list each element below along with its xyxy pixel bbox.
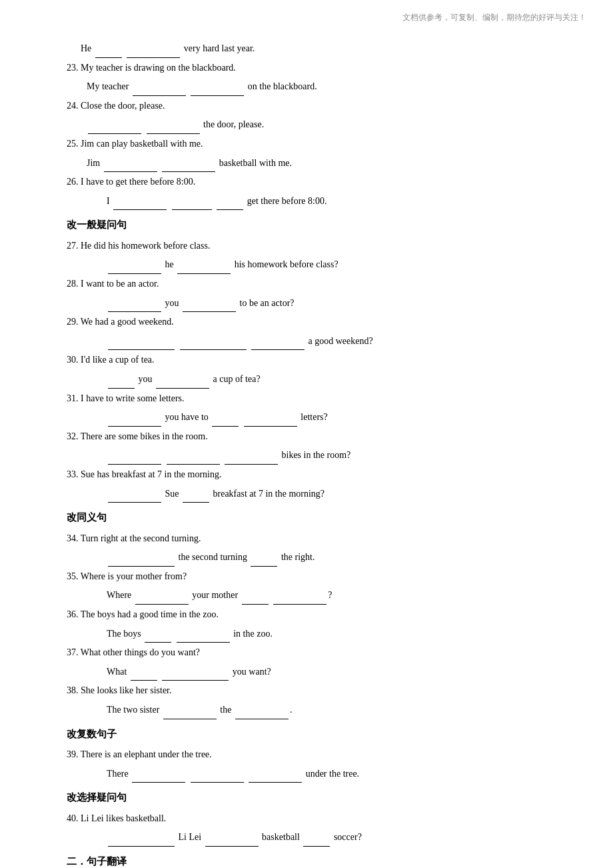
line-30b: you a cup of tea?	[67, 371, 560, 389]
line-31: 31. I have to write some letters.	[67, 390, 560, 408]
blank	[156, 388, 209, 389]
blank	[251, 566, 277, 567]
blank	[167, 464, 220, 465]
page-container: 文档供参考，可复制、编制，期待您的好评与关注！ He very hard las…	[0, 0, 613, 868]
blank	[135, 604, 189, 605]
line-39b: There under the tree.	[67, 765, 560, 783]
blank	[108, 502, 161, 503]
blank	[132, 782, 185, 783]
line-34b: the second turning the right.	[67, 549, 560, 567]
line-40b: Li Lei basketball soccer?	[67, 829, 560, 847]
blank	[108, 566, 175, 567]
line-39: 39. There is an elephant under the tree.	[67, 746, 560, 764]
line-29b: a good weekend?	[67, 333, 560, 351]
line-33: 33. Sue has breakfast at 7 in the mornin…	[67, 466, 560, 484]
watermark: 文档供参考，可复制、编制，期待您的好评与关注！	[402, 12, 586, 23]
blank	[180, 349, 247, 350]
blank	[183, 311, 236, 312]
line-27: 27. He did his homework before class.	[67, 237, 560, 255]
line-37: 37. What other things do you want?	[67, 644, 560, 662]
section2-title: 改同义句	[67, 508, 560, 527]
line-35b: Where your mother ?	[67, 587, 560, 605]
blank	[113, 209, 167, 210]
line-37b: What you want?	[67, 663, 560, 681]
line-24b: the door, please.	[67, 116, 560, 134]
blank	[251, 349, 305, 350]
blank	[108, 273, 161, 274]
line-35: 35. Where is your mother from?	[67, 568, 560, 586]
line-26: 26. I have to get there before 8:00.	[67, 173, 560, 191]
line-28b: you to be an actor?	[67, 295, 560, 313]
line-28: 28. I want to be an actor.	[67, 275, 560, 293]
line-33b: Sue breakfast at 7 in the morning?	[67, 485, 560, 503]
blank	[127, 57, 180, 58]
blank	[108, 311, 161, 312]
blank	[235, 719, 289, 719]
section4-title: 改选择疑问句	[67, 788, 560, 807]
content: He very hard last year. 23. My teacher i…	[67, 40, 560, 868]
blank	[212, 426, 239, 427]
line-23: 23. My teacher is drawing on the blackbo…	[67, 59, 560, 77]
blank	[177, 642, 230, 643]
section1-title: 改一般疑问句	[67, 215, 560, 235]
line-32b: bikes in the room?	[67, 447, 560, 465]
blank	[104, 171, 157, 172]
blank	[95, 57, 122, 58]
line-25b: Jim basketball with me.	[67, 155, 560, 173]
blank	[162, 171, 215, 172]
blank	[163, 719, 217, 719]
blank	[242, 604, 269, 605]
line-34: 34. Turn right at the second turning.	[67, 530, 560, 548]
line-30: 30. I'd like a cup of tea.	[67, 351, 560, 369]
blank	[147, 133, 200, 134]
blank	[131, 680, 157, 681]
blank	[133, 95, 186, 96]
line-27b: he his homework before class?	[67, 256, 560, 274]
blank	[177, 273, 231, 274]
section3-title: 改复数句子	[67, 725, 560, 744]
section5-title: 二．句子翻译	[67, 852, 560, 868]
line-24: 24. Close the door, please.	[67, 97, 560, 115]
blank	[108, 349, 175, 350]
blank	[88, 133, 141, 134]
blank	[244, 426, 297, 427]
line-32: 32. There are some bikes in the room.	[67, 428, 560, 446]
line-he: He very hard last year.	[67, 40, 560, 58]
blank	[162, 680, 229, 681]
line-40: 40. Li Lei likes basketball.	[67, 810, 560, 828]
blank	[191, 95, 244, 96]
blank	[108, 846, 175, 847]
line-38: 38. She looks like her sister.	[67, 682, 560, 700]
blank	[273, 604, 326, 605]
blank	[145, 642, 171, 643]
blank	[172, 209, 212, 210]
line-26b: I get there before 8:00.	[67, 193, 560, 211]
blank	[191, 782, 244, 783]
line-31b: you have to letters?	[67, 409, 560, 427]
line-38b: The two sister the .	[67, 701, 560, 719]
blank	[108, 426, 161, 427]
blank	[108, 388, 135, 389]
blank	[217, 209, 243, 210]
line-36b: The boys in the zoo.	[67, 625, 560, 643]
blank	[303, 846, 330, 847]
blank	[225, 464, 278, 465]
blank	[205, 846, 259, 847]
line-25: 25. Jim can play basketball with me.	[67, 135, 560, 153]
blank	[108, 464, 161, 465]
line-36: 36. The boys had a good time in the zoo.	[67, 606, 560, 624]
blank	[249, 782, 302, 783]
line-23b: My teacher on the blackboard.	[67, 78, 560, 96]
blank	[183, 502, 209, 503]
line-29: 29. We had a good weekend.	[67, 313, 560, 331]
